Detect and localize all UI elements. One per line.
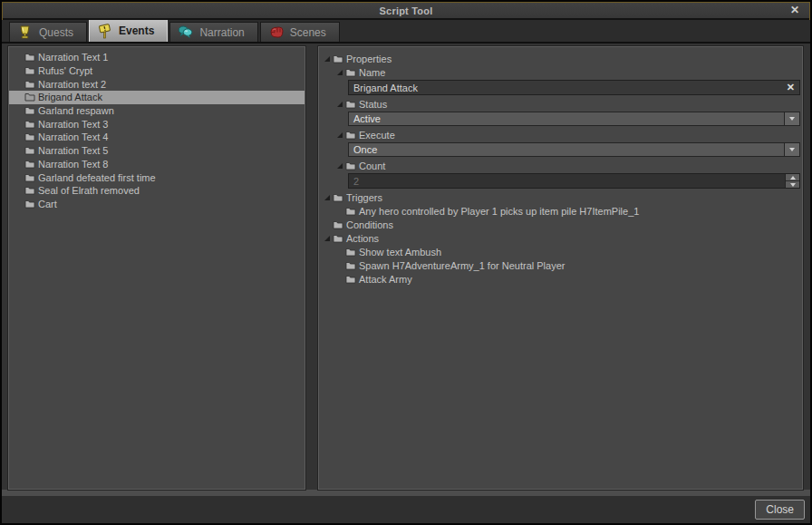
folder-icon — [345, 275, 356, 284]
event-list-item-label: Garland respawn — [38, 105, 114, 116]
signpost-icon — [97, 24, 112, 39]
folder-icon — [345, 131, 356, 140]
footer-bar: Close — [2, 496, 810, 523]
tree-label: Status — [359, 99, 387, 110]
folder-icon — [345, 261, 356, 270]
event-list-item[interactable]: Garland respawn — [9, 104, 304, 118]
action-item[interactable]: Show text Ambush — [319, 245, 802, 258]
folder-icon — [24, 199, 35, 209]
expand-triangle-icon[interactable] — [324, 236, 330, 241]
tab-label: Scenes — [290, 26, 326, 39]
execute-dropdown[interactable]: Once — [348, 142, 800, 157]
tab-bar: Quests Events Narration — [2, 20, 810, 44]
tab-scenes[interactable]: Scenes — [260, 22, 340, 42]
folder-icon — [24, 173, 35, 182]
trophy-icon — [17, 24, 33, 40]
count-spinner[interactable]: 2 — [348, 173, 800, 189]
properties-panel: Properties Name ✕ Status Active — [318, 46, 803, 490]
expand-triangle-icon[interactable] — [324, 56, 330, 62]
event-list-item[interactable]: Narration Text 5 — [9, 144, 304, 158]
expand-triangle-icon[interactable] — [337, 102, 343, 107]
event-list-item[interactable]: Narration Text 4 — [9, 131, 304, 144]
tab-narration[interactable]: Narration — [169, 22, 257, 42]
tree-node-conditions[interactable]: Conditions — [319, 218, 802, 231]
tree-label: Spawn H7AdventureArmy_1 for Neutral Play… — [359, 260, 565, 271]
tree-label: Name — [359, 67, 385, 78]
dropdown-button[interactable] — [784, 143, 799, 156]
spin-down-button[interactable] — [786, 180, 799, 188]
speech-bubbles-icon — [178, 24, 193, 40]
event-list-item[interactable]: Seal of Elrath removed — [9, 184, 304, 198]
tree-node-count[interactable]: Count — [319, 159, 802, 172]
event-list-item[interactable]: Narration Text 3 — [9, 117, 304, 131]
event-list-item-label: Seal of Elrath removed — [38, 185, 140, 196]
tree-node-triggers[interactable]: Triggers — [319, 190, 802, 204]
event-list-item-label: Brigand Attack — [38, 92, 102, 102]
expand-triangle-icon[interactable] — [337, 163, 343, 169]
folder-icon — [24, 160, 35, 169]
tree-node-execute[interactable]: Execute — [319, 128, 802, 141]
action-item[interactable]: Spawn H7AdventureArmy_1 for Neutral Play… — [319, 258, 802, 272]
dropdown-button[interactable] — [784, 112, 799, 125]
name-input[interactable] — [353, 83, 783, 93]
trigger-item[interactable]: Any hero controlled by Player 1 picks up… — [319, 204, 802, 218]
event-list-item[interactable]: Cart — [9, 198, 304, 211]
folder-icon — [333, 220, 343, 229]
tree-node-actions[interactable]: Actions — [319, 231, 802, 245]
window-close-icon[interactable]: ✕ — [790, 4, 799, 17]
expand-triangle-icon[interactable] — [324, 195, 330, 200]
tree-label: Any hero controlled by Player 1 picks up… — [359, 206, 639, 217]
tree-label: Attack Army — [359, 274, 412, 285]
count-value: 2 — [349, 174, 785, 188]
tab-events[interactable]: Events — [89, 19, 168, 42]
status-dropdown[interactable]: Active — [348, 112, 800, 126]
tab-quests[interactable]: Quests — [9, 22, 87, 42]
event-list-item-label: Narration Text 1 — [38, 52, 108, 63]
tree-node-name[interactable]: Name — [319, 65, 802, 79]
folder-icon — [24, 66, 35, 75]
name-field-wrapper: ✕ — [348, 80, 800, 95]
folder-icon — [345, 161, 356, 170]
tree-label: Properties — [346, 53, 392, 64]
action-item[interactable]: Attack Army — [319, 272, 802, 286]
folder-icon — [24, 106, 35, 115]
event-list-item-label: Narration text 2 — [38, 79, 106, 90]
folder-icon — [333, 234, 343, 243]
event-list-item[interactable]: Narration Text 1 — [9, 51, 304, 64]
close-button[interactable]: Close — [755, 500, 805, 520]
folder-icon — [24, 53, 35, 62]
tree-label: Triggers — [346, 192, 382, 203]
title-bar: Script Tool ✕ — [3, 3, 809, 20]
event-list-panel: Narration Text 1Rufus' CryptNarration te… — [8, 46, 305, 490]
event-list-item[interactable]: Garland defeated first time — [9, 170, 304, 184]
spin-up-button[interactable] — [786, 174, 799, 180]
clear-name-icon[interactable]: ✕ — [787, 82, 795, 93]
event-list-item-label: Narration Text 5 — [38, 145, 108, 156]
tree-node-status[interactable]: Status — [319, 97, 802, 111]
folder-icon — [345, 68, 356, 77]
spinner-buttons — [785, 174, 799, 188]
chevron-down-icon — [789, 117, 795, 121]
expand-triangle-icon[interactable] — [337, 70, 343, 75]
event-list-item-label: Rufus' Crypt — [38, 65, 92, 76]
folder-icon — [345, 100, 356, 109]
folder-icon — [24, 132, 35, 141]
event-list-item-label: Narration Text 4 — [38, 131, 108, 142]
event-list-item-label: Garland defeated first time — [38, 172, 156, 183]
expand-triangle-icon[interactable] — [337, 132, 343, 138]
tree-label: Conditions — [346, 219, 393, 230]
folder-icon — [24, 120, 35, 129]
tree-node-properties[interactable]: Properties — [319, 52, 802, 65]
folder-icon — [333, 54, 343, 63]
event-list-item-label: Narration Text 8 — [38, 159, 108, 170]
chevron-down-icon — [789, 148, 795, 151]
open-folder-icon — [24, 92, 35, 102]
event-list-item[interactable]: Rufus' Crypt — [9, 64, 304, 78]
event-list-item[interactable]: Narration text 2 — [9, 77, 304, 91]
folder-icon — [345, 248, 356, 257]
arrow-down-icon — [790, 183, 796, 187]
event-list-item[interactable]: Brigand Attack — [9, 91, 304, 104]
event-list-item[interactable]: Narration Text 8 — [9, 158, 304, 171]
tree-label: Count — [359, 160, 385, 171]
script-tool-window: Script Tool ✕ Quests Events — [0, 0, 812, 525]
